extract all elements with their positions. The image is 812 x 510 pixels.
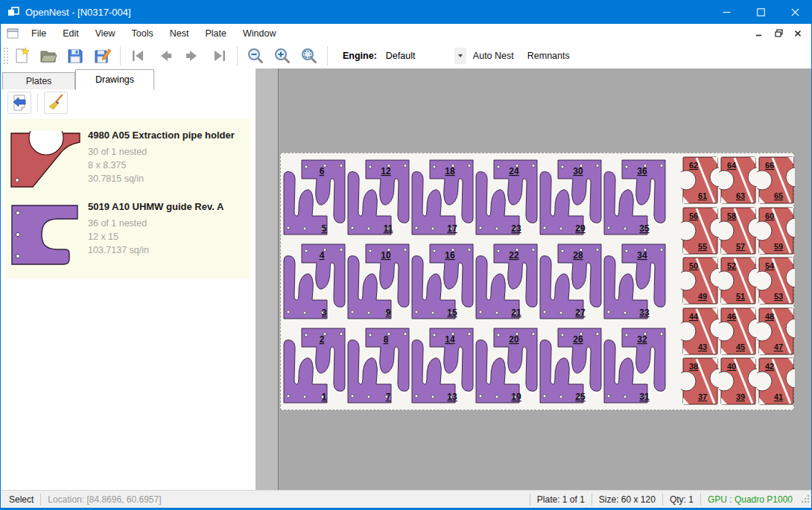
- red-part-number: 46: [727, 312, 736, 321]
- mdi-minimize-icon[interactable]: [751, 27, 767, 40]
- purple-part-number: 32: [637, 334, 647, 345]
- import-drawing-icon[interactable]: [7, 92, 31, 114]
- mdi-document-icon[interactable]: [7, 28, 19, 39]
- purple-pair-cell[interactable]: 21: [282, 324, 346, 407]
- red-pair-cell[interactable]: 6261: [681, 156, 719, 205]
- red-part-number: 40: [727, 362, 736, 371]
- purple-part-number: 2: [320, 334, 325, 345]
- auto-nest-button[interactable]: Auto Nest: [466, 47, 521, 65]
- purple-part-number: 35: [639, 223, 650, 234]
- drawing-thumb-purple: [6, 200, 83, 267]
- red-part-number: 57: [736, 242, 745, 251]
- purple-pair-cell[interactable]: 65: [282, 156, 346, 239]
- zoom-out-icon[interactable]: [242, 45, 269, 67]
- mdi-close-icon[interactable]: [790, 27, 806, 40]
- purple-pair-cell[interactable]: 87: [346, 324, 410, 407]
- purple-pair-cell[interactable]: 2019: [475, 324, 539, 407]
- red-part-number: 56: [689, 211, 698, 220]
- drawing-item-5019[interactable]: 5019 A10 UHMW guide Rev. A 36 of 1 neste…: [6, 194, 250, 271]
- purple-pair-cell[interactable]: 109: [346, 240, 410, 323]
- red-part-number: 49: [698, 292, 707, 301]
- tab-drawings[interactable]: Drawings: [75, 69, 154, 90]
- purple-pair-cell[interactable]: 1817: [410, 156, 475, 239]
- resize-grip-icon[interactable]: [800, 494, 810, 506]
- tab-strip: Plates Drawings: [0, 68, 256, 90]
- plate: 6512111817242330293635431091615222128273…: [280, 153, 794, 410]
- menu-file[interactable]: File: [23, 25, 54, 42]
- red-part-number: 45: [736, 342, 745, 351]
- red-pair-cell[interactable]: 3837: [681, 357, 719, 406]
- zoom-fit-icon[interactable]: [296, 45, 323, 67]
- red-part-number: 44: [689, 312, 699, 321]
- red-pair-cell[interactable]: 6463: [719, 156, 757, 205]
- purple-pair-cell[interactable]: 3433: [603, 240, 667, 323]
- drawing-list: 4980 A05 Extraction pipe holder 30 of 1 …: [6, 119, 250, 278]
- menu-nest[interactable]: Nest: [162, 25, 197, 42]
- red-pair-cell[interactable]: 5857: [719, 206, 757, 255]
- purple-pair-cell[interactable]: 1413: [410, 324, 475, 407]
- close-icon[interactable]: [778, 0, 812, 24]
- menu-plate[interactable]: Plate: [197, 25, 235, 42]
- purple-pair-cell[interactable]: 43: [282, 240, 346, 323]
- menu-edit[interactable]: Edit: [54, 25, 87, 42]
- purple-pair-cell[interactable]: 2423: [475, 156, 539, 239]
- engine-value: Default: [386, 51, 416, 61]
- new-document-icon[interactable]: [8, 45, 35, 67]
- menu-view[interactable]: View: [87, 25, 124, 42]
- status-size: Size: 60 x 120: [599, 494, 656, 505]
- purple-pair-cell[interactable]: 2827: [539, 240, 603, 323]
- drawing-area: 30.7815 sq/in: [88, 172, 235, 185]
- red-pair-cell[interactable]: 5655: [681, 206, 719, 255]
- minimize-icon[interactable]: [709, 0, 743, 24]
- save-icon[interactable]: [62, 45, 89, 67]
- previous-plate-icon[interactable]: [152, 45, 179, 67]
- red-pair-cell[interactable]: 4039: [719, 357, 757, 406]
- purple-part-number: 27: [575, 307, 586, 318]
- purple-pair-cell[interactable]: 3231: [603, 324, 667, 407]
- red-pair-cell[interactable]: 4847: [757, 307, 795, 356]
- toolbar-grip[interactable]: [2, 46, 8, 66]
- red-pair-cell[interactable]: 6665: [757, 156, 795, 205]
- remnants-button[interactable]: Remnants: [521, 47, 577, 65]
- purple-pair-cell[interactable]: 1211: [346, 156, 410, 239]
- red-pair-cell[interactable]: 4645: [719, 307, 757, 356]
- main-area: Plates Drawings: [0, 68, 812, 490]
- red-part-number: 39: [736, 392, 745, 401]
- purple-pair-cell[interactable]: 2221: [475, 240, 539, 323]
- drawing-size: 8 x 8.375: [88, 159, 235, 172]
- red-pair-cell[interactable]: 5453: [757, 256, 795, 305]
- first-plate-icon[interactable]: [125, 45, 152, 67]
- red-pair-cell[interactable]: 4241: [757, 357, 795, 406]
- red-pair-cell[interactable]: 5049: [681, 256, 719, 305]
- purple-pair-cell[interactable]: 3635: [603, 156, 667, 239]
- menu-tools[interactable]: Tools: [124, 25, 162, 42]
- purple-part-number: 8: [384, 334, 389, 345]
- clean-broom-icon[interactable]: [44, 92, 68, 114]
- mdi-restore-icon[interactable]: [770, 27, 787, 40]
- purple-pair-cell[interactable]: 3029: [539, 156, 603, 239]
- menu-window[interactable]: Window: [235, 25, 284, 42]
- save-as-icon[interactable]: [89, 45, 115, 67]
- red-part-number: 48: [765, 312, 774, 321]
- panel-splitter[interactable]: [256, 68, 279, 490]
- red-part-number: 47: [774, 342, 783, 351]
- red-part-number: 42: [765, 362, 774, 371]
- purple-part-number: 1: [322, 392, 327, 402]
- red-pair-cell[interactable]: 5251: [719, 256, 757, 305]
- red-pair-cell[interactable]: 6059: [757, 206, 795, 255]
- purple-pair-cell[interactable]: 1615: [410, 240, 475, 323]
- zoom-in-icon[interactable]: [269, 45, 296, 67]
- maximize-icon[interactable]: [743, 0, 778, 24]
- drawing-item-4980[interactable]: 4980 A05 Extraction pipe holder 30 of 1 …: [6, 122, 250, 194]
- purple-part-number: 17: [447, 223, 457, 234]
- purple-pair-cell[interactable]: 2625: [539, 324, 603, 407]
- red-part-number: 37: [698, 392, 707, 401]
- open-folder-icon[interactable]: [35, 45, 62, 67]
- next-plate-icon[interactable]: [179, 45, 206, 67]
- left-panel: Plates Drawings: [0, 68, 256, 490]
- nest-canvas[interactable]: 6512111817242330293635431091615222128273…: [279, 68, 812, 490]
- tab-plates[interactable]: Plates: [2, 72, 75, 89]
- last-plate-icon[interactable]: [206, 45, 232, 67]
- engine-select[interactable]: Default: [381, 47, 466, 65]
- red-pair-cell[interactable]: 4443: [681, 307, 719, 356]
